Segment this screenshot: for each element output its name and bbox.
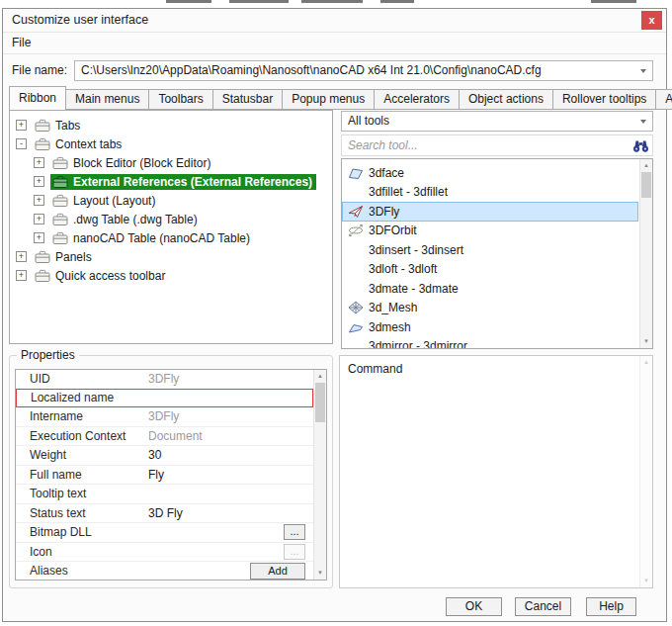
- expand-icon[interactable]: +: [34, 195, 44, 206]
- help-button[interactable]: Help: [586, 597, 636, 616]
- tool-item-3dloft-3dloft[interactable]: 3dloft - 3dloft: [342, 260, 638, 280]
- property-value[interactable]: 3DFly: [148, 409, 313, 423]
- tab-toolbars[interactable]: Toolbars: [148, 89, 212, 110]
- tool-item-3dmirror-3dmirror[interactable]: 3dmirror - 3dmirror: [342, 337, 638, 350]
- tool-list-scrollbar[interactable]: ▲ ▼: [639, 159, 652, 348]
- tool-item-3dface[interactable]: 3dface: [342, 163, 638, 183]
- collapse-icon[interactable]: -: [16, 138, 27, 149]
- aliases-add-button[interactable]: Add: [250, 563, 305, 580]
- property-row-status-text[interactable]: Status text3D Fly: [16, 504, 313, 524]
- tree-item-content[interactable]: Block Editor (Block Editor): [50, 155, 214, 171]
- tree-item-content[interactable]: Tabs: [33, 118, 84, 134]
- property-label: Execution Context: [16, 429, 148, 443]
- tree-item-content[interactable]: Panels: [33, 249, 96, 265]
- file-name-combobox[interactable]: C:\Users\lnz20\AppData\Roaming\Nanosoft\…: [74, 60, 653, 81]
- folder-tab-icon: [52, 213, 68, 226]
- properties-scrollbar[interactable]: ▲ ▼: [313, 370, 326, 580]
- property-row-bitmap-dll[interactable]: Bitmap DLL...: [16, 523, 313, 543]
- tree-item-content[interactable]: Quick access toolbar: [33, 268, 169, 284]
- tree-item-external-references-external-references[interactable]: +External References (External Reference…: [10, 172, 332, 191]
- tree-item-tabs[interactable]: +Tabs: [10, 116, 332, 134]
- tool-list: 3dface3dfillet - 3dfillet3DFly3DFOrbit3d…: [341, 158, 653, 349]
- tool-search-input[interactable]: Search tool...: [341, 134, 653, 156]
- scroll-down-icon[interactable]: ▼: [314, 567, 326, 580]
- expand-icon[interactable]: +: [16, 120, 27, 131]
- tree-item-content[interactable]: Context tabs: [33, 136, 126, 152]
- title-bar[interactable]: Customize user interface x: [3, 9, 666, 33]
- command-panel[interactable]: Command ▲ ▼: [339, 355, 653, 588]
- property-value[interactable]: 30: [148, 448, 313, 462]
- ok-button[interactable]: OK: [446, 597, 502, 616]
- binoculars-icon[interactable]: [632, 139, 649, 153]
- expand-icon[interactable]: +: [34, 232, 44, 243]
- expand-icon[interactable]: +: [16, 251, 27, 262]
- scroll-up-icon[interactable]: ▲: [314, 370, 326, 383]
- tool-item-3dfillet-3dfillet[interactable]: 3dfillet - 3dfillet: [342, 183, 638, 203]
- tool-item-label: 3dmate - 3dmate: [369, 282, 459, 296]
- property-row-intername[interactable]: Intername3DFly: [16, 407, 313, 427]
- tree-item-quick-access-toolbar[interactable]: +Quick access toolbar: [10, 266, 332, 285]
- chevron-down-icon[interactable]: [640, 69, 646, 73]
- scroll-down-icon[interactable]: ▼: [640, 575, 652, 587]
- scroll-down-icon[interactable]: ▼: [640, 335, 652, 348]
- icon-browse-button[interactable]: ...: [284, 544, 305, 560]
- expand-icon[interactable]: +: [34, 176, 44, 187]
- tab-accelerators[interactable]: Accelerators: [374, 89, 460, 110]
- property-row-execution-context[interactable]: Execution ContextDocument: [16, 427, 313, 447]
- property-row-localized-name[interactable]: Localized name: [16, 389, 313, 408]
- tree-item-content[interactable]: .dwg Table (.dwg Table): [50, 212, 202, 227]
- tool-item-label: 3dface: [369, 166, 404, 180]
- tree-item-block-editor-block-editor[interactable]: +Block Editor (Block Editor): [10, 153, 332, 172]
- property-label: Aliases: [16, 564, 148, 578]
- tree-item-label: .dwg Table (.dwg Table): [73, 213, 198, 226]
- command-scrollbar[interactable]: ▲ ▼: [639, 356, 652, 587]
- tool-filter-combobox[interactable]: All tools: [341, 111, 653, 132]
- close-button[interactable]: x: [641, 11, 662, 30]
- bitmap-dll-browse-button[interactable]: ...: [284, 524, 305, 540]
- tab-ribbon[interactable]: Ribbon: [9, 86, 66, 110]
- chevron-down-icon[interactable]: [640, 120, 646, 124]
- tree-item-content[interactable]: Layout (Layout): [50, 193, 159, 209]
- property-row-tooltip-text[interactable]: Tooltip text: [16, 485, 313, 504]
- property-value[interactable]: 3D Fly: [148, 506, 313, 520]
- tab-statusbar[interactable]: Statusbar: [212, 89, 283, 110]
- expand-icon[interactable]: +: [34, 214, 44, 224]
- tab-popup-menus[interactable]: Popup menus: [282, 89, 375, 110]
- property-value[interactable]: Document: [148, 429, 313, 443]
- property-value[interactable]: 3DFly: [148, 372, 313, 386]
- tree-item-content[interactable]: nanoCAD Table (nanoCAD Table): [50, 230, 254, 246]
- property-row-icon[interactable]: Icon...: [16, 543, 313, 563]
- tool-item-3dmate-3dmate[interactable]: 3dmate - 3dmate: [342, 279, 638, 299]
- tool-item-3dfly[interactable]: 3DFly: [342, 202, 638, 222]
- property-row-full-name[interactable]: Full nameFly: [16, 466, 313, 486]
- tree-item-content[interactable]: External References (External References…: [50, 174, 316, 190]
- scroll-up-icon[interactable]: ▲: [640, 356, 652, 369]
- tab-rollover-tooltips[interactable]: Rollover tooltips: [552, 89, 656, 110]
- tree-item-label: External References (External References…: [73, 175, 312, 189]
- cancel-button[interactable]: Cancel: [515, 597, 571, 616]
- menu-item-file[interactable]: File: [3, 32, 40, 53]
- tool-item-3dinsert-3dinsert[interactable]: 3dinsert - 3dinsert: [342, 240, 638, 260]
- tree-item-context-tabs[interactable]: -Context tabs: [10, 134, 332, 153]
- scroll-up-icon[interactable]: ▲: [640, 159, 652, 172]
- tree-item-label: nanoCAD Table (nanoCAD Table): [73, 231, 250, 245]
- tab-aliases[interactable]: Aliases: [655, 89, 672, 110]
- scrollbar-thumb[interactable]: [641, 172, 651, 198]
- property-row-aliases[interactable]: AliasesAdd: [16, 562, 313, 581]
- expand-icon[interactable]: +: [16, 270, 27, 281]
- property-value[interactable]: Fly: [148, 468, 313, 482]
- tab-object-actions[interactable]: Object actions: [459, 89, 553, 110]
- tool-item-3d-mesh[interactable]: 3d_Mesh: [342, 299, 638, 318]
- tool-item-3dforbit[interactable]: 3DFOrbit: [342, 222, 638, 241]
- property-label: Intername: [16, 409, 148, 423]
- tree-item-nanocad-table-nanocad-table[interactable]: +nanoCAD Table (nanoCAD Table): [10, 228, 332, 247]
- tool-item-3dmesh[interactable]: 3dmesh: [342, 317, 638, 337]
- tree-item-panels[interactable]: +Panels: [10, 247, 332, 266]
- tree-item-dwg-table-dwg-table[interactable]: +.dwg Table (.dwg Table): [10, 210, 332, 228]
- property-row-weight[interactable]: Weight30: [16, 446, 313, 466]
- tree-item-layout-layout[interactable]: +Layout (Layout): [10, 191, 332, 210]
- scrollbar-thumb[interactable]: [315, 383, 325, 422]
- property-row-uid[interactable]: UID3DFly: [16, 370, 313, 390]
- expand-icon[interactable]: +: [34, 157, 44, 168]
- tab-main-menus[interactable]: Main menus: [65, 89, 149, 110]
